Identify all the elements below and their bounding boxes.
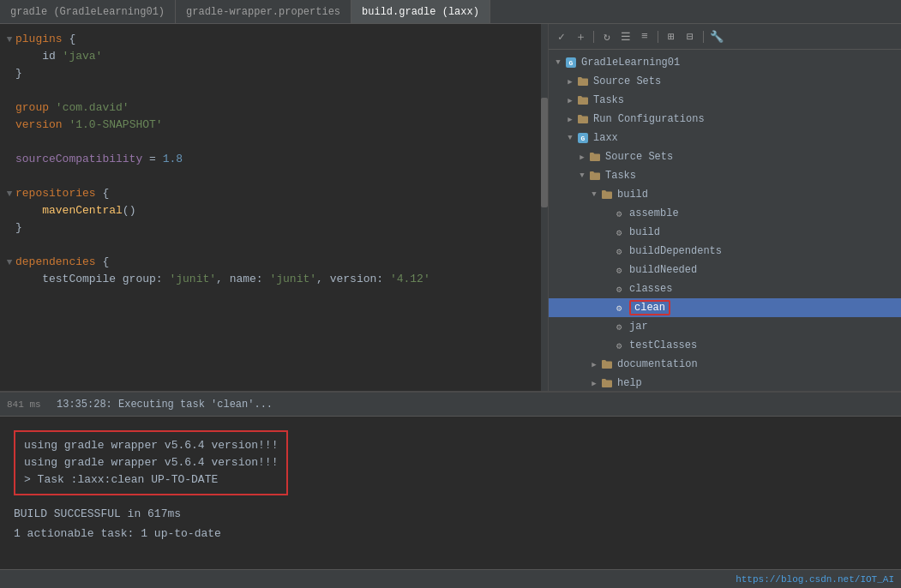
list2-icon[interactable]: ≡ [637, 29, 652, 45]
tree-item-gradlelearning01[interactable]: G GradleLearning01 [549, 53, 901, 72]
wrench-icon[interactable]: 🔧 [709, 29, 724, 45]
code-line-blank1 [0, 82, 548, 99]
build-success: BUILD SUCCESSFUL in 617ms [14, 507, 887, 520]
tree-item-tasks-root[interactable]: Tasks [549, 91, 901, 110]
gear-icon-build-task: ⚙ [612, 225, 626, 239]
line-4-content: group 'com.david' [15, 99, 541, 117]
tree-label-documentation: documentation [617, 358, 698, 370]
tree-label-gradlelearning01: GradleLearning01 [581, 57, 680, 69]
sync-icon[interactable]: ↻ [599, 29, 615, 45]
scroll-thumb [541, 98, 548, 207]
tree-label-builddependents: buildDependents [629, 245, 722, 257]
tree-item-jar[interactable]: ⚙ jar [549, 317, 901, 336]
layout-icon[interactable]: ⊟ [682, 29, 698, 45]
tree-item-testclasses[interactable]: ⚙ testClasses [549, 336, 901, 355]
bottom-header: 841 ms 13:35:28: Executing task 'clean'.… [0, 393, 901, 417]
tab-gradle-wrapper[interactable]: gradle-wrapper.properties [176, 0, 351, 23]
tree-item-documentation[interactable]: documentation [549, 355, 901, 374]
main-area: ▼ plugins { id 'java' } group 'com.david… [0, 24, 901, 391]
footer-link[interactable]: https://blog.csdn.net/IOT_AI [736, 574, 894, 585]
folder-icon-help [600, 376, 614, 390]
tree-item-laxx[interactable]: G laxx [549, 129, 901, 147]
gradle-panel: ✓ ＋ ↻ ☰ ≡ ⊞ ⊟ 🔧 G GradleLearning01 [549, 24, 901, 391]
arrow-run-configs [564, 113, 576, 125]
code-line-blank3 [0, 168, 548, 185]
arrow-help [588, 377, 600, 389]
log-box: using gradle wrapper v5.6.4 version!!! u… [14, 430, 288, 495]
code-line-8: mavenCentral() [0, 202, 548, 219]
tree-item-builddependents[interactable]: ⚙ buildDependents [549, 242, 901, 261]
code-line-blank4 [0, 237, 548, 254]
tab-build-gradle[interactable]: build.gradle (laxx) [351, 0, 490, 23]
code-line-2: id 'java' [0, 48, 548, 65]
tree-item-help[interactable]: help [549, 374, 901, 391]
line-blank3-content [15, 168, 541, 185]
code-content: ▼ plugins { id 'java' } group 'com.david… [0, 24, 548, 391]
tree-label-tasks-laxx: Tasks [605, 170, 636, 182]
scroll-indicator[interactable] [541, 24, 548, 391]
log-line-3: > Task :laxx:clean UP-TO-DATE [24, 471, 278, 489]
log-line-2: using gradle wrapper v5.6.4 version!!! [24, 454, 278, 471]
folder-icon-sourcesets-root [576, 75, 590, 88]
tree-label-buildneeded: buildNeeded [629, 264, 697, 276]
gear-icon-assemble: ⚙ [612, 207, 626, 220]
folder-icon-tasks-laxx [588, 169, 602, 183]
tree-item-assemble[interactable]: ⚙ assemble [549, 204, 901, 223]
tree-item-build-task[interactable]: ⚙ build [549, 223, 901, 242]
toolbar-sep-2 [658, 31, 658, 43]
tree-label-build-task: build [629, 226, 660, 238]
toolbar-sep-1 [593, 31, 594, 43]
line-1-content: plugins { [15, 31, 541, 48]
tree-item-buildneeded[interactable]: ⚙ buildNeeded [549, 261, 901, 279]
fold-blank2 [3, 134, 15, 151]
check-icon[interactable]: ✓ [554, 29, 569, 45]
toolbar-sep-3 [703, 31, 704, 43]
tree-label-help: help [617, 377, 642, 389]
bottom-footer: https://blog.csdn.net/IOT_AI [0, 569, 901, 588]
fold-11 [3, 271, 15, 288]
fold-3 [3, 65, 15, 82]
tree-label-testclasses: testClasses [629, 339, 697, 351]
arrow-laxx [564, 132, 576, 144]
line-5-content: version '1.0-SNAPSHOT' [15, 117, 541, 134]
grid-icon[interactable]: ⊞ [664, 29, 679, 45]
code-line-7: ▼ repositories { [0, 185, 548, 202]
arrow-assemble [600, 207, 612, 219]
tree-label-run-configs: Run Configurations [593, 113, 705, 125]
code-line-9: } [0, 219, 548, 237]
tree-item-sourcesets-laxx[interactable]: Source Sets [549, 147, 901, 166]
gradle-tree[interactable]: G GradleLearning01 Source Sets Tasks [549, 50, 901, 391]
line-blank2-content [15, 134, 541, 151]
fold-7[interactable]: ▼ [3, 185, 15, 202]
tree-label-build-group: build [617, 189, 648, 201]
arrow-build-group [588, 189, 600, 201]
tree-label-sourcesets-root: Source Sets [593, 75, 661, 87]
fold-10[interactable]: ▼ [3, 254, 15, 271]
tree-label-laxx: laxx [593, 132, 618, 144]
svg-text:G: G [581, 135, 586, 142]
tree-item-run-configs[interactable]: Run Configurations [549, 110, 901, 129]
fold-1[interactable]: ▼ [3, 31, 15, 48]
folder-icon-run-configs [576, 112, 590, 126]
line-2-content: id 'java' [15, 48, 541, 65]
tree-item-sourcesets-root[interactable]: Source Sets [549, 72, 901, 91]
tree-label-sourcesets-laxx: Source Sets [605, 151, 673, 163]
arrow-buildneeded [600, 264, 612, 276]
arrow-tasks-laxx [576, 170, 588, 182]
tree-label-jar: jar [629, 321, 648, 333]
bottom-content: using gradle wrapper v5.6.4 version!!! u… [0, 417, 901, 569]
tree-item-build-group[interactable]: build [549, 185, 901, 204]
fold-blank4 [3, 237, 15, 254]
line-9-content: } [15, 219, 541, 237]
tab-gradle-root[interactable]: gradle (GradleLearning01) [0, 0, 176, 23]
tree-item-tasks-laxx[interactable]: Tasks [549, 166, 901, 185]
line-10-content: dependencies { [15, 254, 541, 271]
tree-item-clean[interactable]: ⚙ clean [549, 298, 901, 317]
tree-label-clean: clean [634, 302, 665, 314]
arrow-build-task [600, 226, 612, 238]
tree-item-classes[interactable]: ⚙ classes [549, 279, 901, 298]
arrow-tasks-root [564, 94, 576, 106]
plus-icon[interactable]: ＋ [573, 29, 588, 45]
list-icon[interactable]: ☰ [618, 29, 634, 45]
line-7-content: repositories { [15, 185, 541, 202]
